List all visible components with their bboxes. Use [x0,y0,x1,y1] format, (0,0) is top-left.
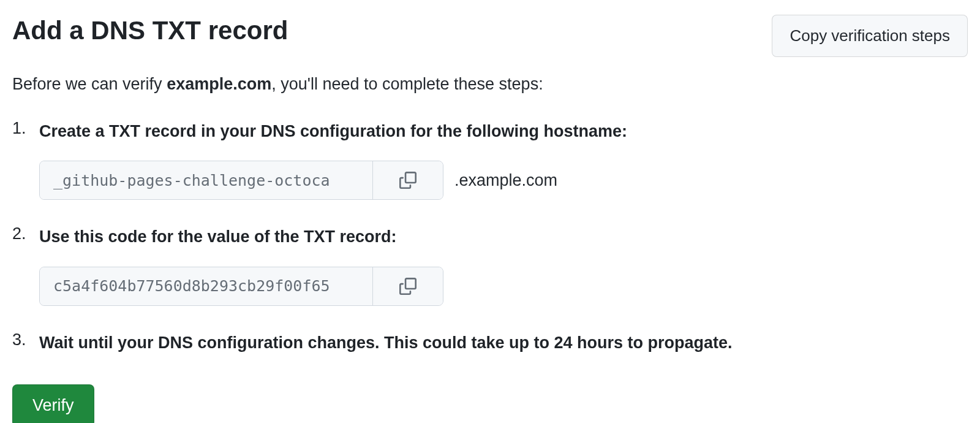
step-1-title: Create a TXT record in your DNS configur… [39,119,968,144]
step-2: Use this code for the value of the TXT r… [39,224,968,306]
txt-value-field-group [39,267,443,306]
step-3-title: Wait until your DNS configuration change… [39,330,968,356]
copy-icon [399,278,417,295]
intro-domain: example.com [167,75,271,93]
verify-button[interactable]: Verify [12,384,94,423]
copy-txt-value-button[interactable] [372,267,443,305]
copy-icon [399,172,417,189]
intro-prefix: Before we can verify [12,75,167,93]
hostname-field-group [39,161,443,200]
step-3: Wait until your DNS configuration change… [39,330,968,356]
hostname-suffix: .example.com [454,171,557,190]
page-title: Add a DNS TXT record [12,15,288,47]
hostname-input[interactable] [40,161,372,199]
copy-verification-steps-button[interactable]: Copy verification steps [772,15,968,57]
intro-suffix: , you'll need to complete these steps: [271,75,543,93]
step-2-title: Use this code for the value of the TXT r… [39,224,968,250]
steps-list: Create a TXT record in your DNS configur… [12,119,968,356]
step-1: Create a TXT record in your DNS configur… [39,119,968,200]
intro-text: Before we can verify example.com, you'll… [12,72,968,97]
txt-value-input[interactable] [40,267,372,305]
copy-hostname-button[interactable] [372,161,443,199]
